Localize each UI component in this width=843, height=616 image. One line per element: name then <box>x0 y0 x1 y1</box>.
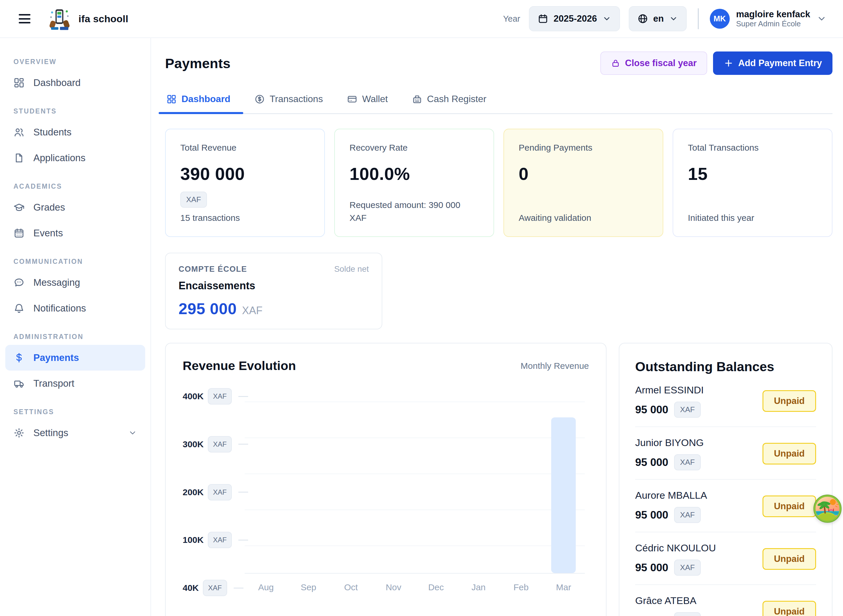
stat-label: Recovery Rate <box>350 143 479 153</box>
stat-card-total-transactions: Total Transactions15Initiated this year <box>672 129 833 237</box>
tab-wallet[interactable]: Wallet <box>346 92 389 113</box>
currency-chip: XAF <box>208 484 232 500</box>
sidebar-item-dashboard[interactable]: Dashboard <box>0 70 150 96</box>
chevron-down-icon <box>817 14 827 24</box>
balance-info: Aurore MBALLA95 000XAF <box>635 490 707 523</box>
chevron-down-icon <box>669 14 678 23</box>
currency-chip: XAF <box>674 560 701 576</box>
dollar-circle-icon <box>255 94 265 104</box>
tropical-island-icon[interactable] <box>813 494 842 523</box>
tick-dash <box>234 588 244 588</box>
tab-label: Cash Register <box>427 94 487 104</box>
currency-chip: XAF <box>674 507 701 523</box>
school-account-card: COMPTE ÉCOLE Solde net Encaissements 295… <box>165 253 382 329</box>
chart-gridline <box>245 438 585 438</box>
sidebar-item-transport[interactable]: Transport <box>0 371 150 396</box>
chart-legend: Monthly Revenue <box>521 361 589 371</box>
tab-bar: DashboardTransactionsWalletCash Register <box>165 92 833 114</box>
status-badge-unpaid: Unpaid <box>762 390 816 412</box>
y-axis-tick: 40KXAF <box>182 580 244 596</box>
globe-icon <box>637 13 648 24</box>
currency-chip: XAF <box>208 388 232 405</box>
dollar-icon <box>13 352 25 363</box>
year-selector[interactable]: 2025-2026 <box>529 6 620 31</box>
stat-card-total-revenue: Total Revenue390 000XAF15 transactions <box>165 129 325 237</box>
tab-cash-register[interactable]: Cash Register <box>410 92 488 113</box>
truck-icon <box>13 378 25 389</box>
sidebar-item-label: Payments <box>33 352 79 363</box>
stat-label: Total Transactions <box>688 143 817 153</box>
calendar-icon <box>538 13 548 24</box>
balance-info: Junior BIYONG95 000XAF <box>635 437 704 470</box>
stat-card-recovery-rate: Recovery Rate100.0%Requested amount: 390… <box>334 129 494 237</box>
revenue-bar-chart: 400KXAF300KXAF200KXAF100KXAF40KXAFAugSep… <box>182 391 589 616</box>
year-label: Year <box>503 14 521 24</box>
user-role: Super Admin École <box>736 19 810 28</box>
status-badge-unpaid: Unpaid <box>762 443 816 465</box>
tab-dashboard[interactable]: Dashboard <box>165 92 231 113</box>
status-badge-unpaid: Unpaid <box>762 601 816 616</box>
balance-info: Armel ESSINDI95 000XAF <box>635 384 704 418</box>
student-name: Cédric NKOULOU <box>635 542 716 554</box>
user-menu[interactable]: MK magloire kenfack Super Admin École <box>710 9 827 29</box>
language-selector[interactable]: en <box>629 6 687 31</box>
app-logo <box>47 6 72 31</box>
plus-icon <box>724 58 734 68</box>
student-name: Grâce ATEBA <box>635 595 701 606</box>
account-label: COMPTE ÉCOLE <box>178 265 247 274</box>
graduation-cap-icon <box>13 202 25 213</box>
chevron-down-icon <box>602 14 611 23</box>
tab-transactions[interactable]: Transactions <box>253 92 324 113</box>
sidebar-item-settings[interactable]: Settings <box>0 420 150 446</box>
sidebar-item-label: Settings <box>33 427 68 439</box>
sidebar-section-label: ACADEMICS <box>13 182 137 191</box>
y-axis-tick: 200KXAF <box>182 484 248 500</box>
y-tick-label: 200K <box>182 487 204 497</box>
tick-dash <box>238 444 248 444</box>
wallet-icon <box>347 94 358 104</box>
tab-label: Wallet <box>362 94 388 104</box>
x-axis-labels: AugSepOctNovDecJanFebMar <box>245 582 585 592</box>
chart-title: Revenue Evolution <box>182 359 296 373</box>
page-title: Payments <box>165 55 231 71</box>
status-badge-unpaid: Unpaid <box>762 496 816 517</box>
balance-amount-row: 95 000XAF <box>635 402 704 418</box>
add-payment-entry-button[interactable]: Add Payment Entry <box>713 51 833 75</box>
header-divider <box>698 8 699 29</box>
balance-row-gr-ce-ateba: Grâce ATEBA95 000XAFUnpaid <box>635 585 816 616</box>
currency-chip: XAF <box>674 454 701 470</box>
sidebar-item-events[interactable]: Events <box>0 220 150 246</box>
sidebar-item-applications[interactable]: Applications <box>0 145 150 171</box>
bell-icon <box>13 303 25 314</box>
sidebar-section-label: OVERVIEW <box>13 58 137 66</box>
sidebar-item-messaging[interactable]: Messaging <box>0 270 150 295</box>
chart-gridline <box>245 546 585 546</box>
brand[interactable]: ifa schooll <box>47 6 128 31</box>
currency-chip-row: XAF <box>180 192 310 208</box>
sidebar-item-students[interactable]: Students <box>0 119 150 145</box>
currency-chip: XAF <box>674 402 701 418</box>
sidebar-item-notifications[interactable]: Notifications <box>0 295 150 321</box>
hamburger-menu-icon[interactable] <box>16 12 33 25</box>
file-icon <box>13 153 25 163</box>
grid-icon <box>166 94 177 104</box>
y-tick-label: 40K <box>182 583 199 593</box>
brand-name: ifa schooll <box>78 13 128 25</box>
y-axis-tick: 400KXAF <box>182 388 248 405</box>
language-value: en <box>653 13 664 24</box>
account-currency: XAF <box>242 305 263 317</box>
sidebar-section-label: ADMINISTRATION <box>13 333 137 341</box>
balances-list: Armel ESSINDI95 000XAFUnpaidJunior BIYON… <box>635 374 816 616</box>
currency-chip: XAF <box>203 580 227 596</box>
tick-dash <box>238 540 248 541</box>
app-header: ifa schooll Year 2025-2026 en MK magloir… <box>0 0 843 38</box>
balance-amount: 95 000 <box>635 509 668 521</box>
gear-icon <box>13 427 25 439</box>
student-name: Junior BIYONG <box>635 437 704 449</box>
close-fiscal-year-button[interactable]: Close fiscal year <box>600 51 707 75</box>
x-tick-label: Feb <box>500 582 542 592</box>
sidebar-item-grades[interactable]: Grades <box>0 195 150 220</box>
main-content: Payments Close fiscal year Add Payment E… <box>151 38 843 616</box>
sidebar-item-payments[interactable]: Payments <box>5 345 145 371</box>
status-badge-unpaid: Unpaid <box>762 548 816 570</box>
